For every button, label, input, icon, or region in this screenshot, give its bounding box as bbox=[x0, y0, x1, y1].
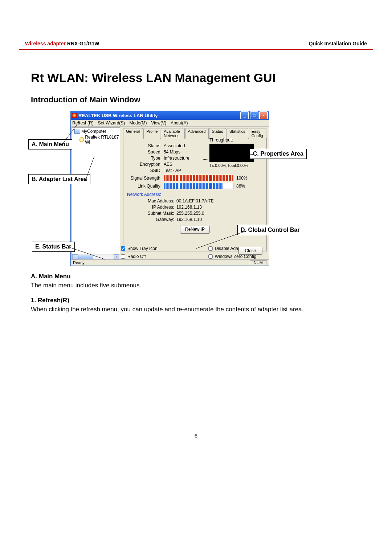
network-address-header: Network Address: bbox=[127, 192, 263, 197]
label-subnet: Subnet Mask: bbox=[127, 211, 174, 216]
tab-advanced[interactable]: Advanced bbox=[185, 128, 209, 139]
row-signal-strength: Signal Strength: 100% bbox=[127, 175, 263, 181]
section-title: Introduction of Main Window bbox=[31, 95, 140, 104]
menu-set-wizard[interactable]: Set Wizard(S) bbox=[98, 120, 125, 126]
signal-pct: 100% bbox=[236, 176, 248, 181]
menu-mode[interactable]: Mode(M) bbox=[129, 120, 147, 126]
tab-easy-config[interactable]: Easy Config bbox=[249, 128, 266, 139]
scroll-right-icon[interactable]: › bbox=[114, 254, 119, 259]
show-tray-checkbox[interactable]: Show Tray Icon bbox=[119, 245, 158, 252]
label-ip: IP Address: bbox=[127, 205, 174, 210]
window-title: REALTEK USB Wireless LAN Utility bbox=[78, 113, 240, 118]
link-quality-pct: 86% bbox=[236, 184, 245, 189]
sub1-text: When clicking the refresh menu, you can … bbox=[31, 305, 361, 314]
tab-profile[interactable]: Profile bbox=[143, 128, 160, 139]
page-number: 6 bbox=[0, 432, 392, 439]
maximize-button[interactable]: □ bbox=[250, 111, 258, 119]
section-a-text: The main menu includes five submenus. bbox=[31, 282, 361, 290]
brand-name: Wireless adapter bbox=[25, 41, 67, 46]
label-encryption: Encryption: bbox=[127, 162, 162, 167]
body-text: A. Main Menu The main menu includes five… bbox=[31, 272, 361, 314]
header-right: Quick Installation Guide bbox=[309, 41, 367, 46]
sub1-heading: 1. Refresh(R) bbox=[31, 296, 361, 305]
link-quality-bar bbox=[164, 183, 233, 189]
adapter-tree[interactable]: MyComputer Realtek RTL8187 Wi ‹ › bbox=[72, 127, 120, 260]
app-icon bbox=[72, 113, 77, 118]
properties-area: General Profile Available Network Advanc… bbox=[121, 127, 269, 261]
tree-child[interactable]: Realtek RTL8187 Wi bbox=[72, 135, 119, 145]
header-rule bbox=[19, 49, 373, 50]
value-type: Infrastructure bbox=[164, 156, 189, 161]
tree-root[interactable]: MyComputer bbox=[72, 128, 119, 135]
minimize-button[interactable]: _ bbox=[240, 111, 249, 119]
scroll-left-icon[interactable]: ‹ bbox=[72, 254, 78, 259]
value-encryption: AES bbox=[164, 162, 172, 167]
value-subnet: 255.255.255.0 bbox=[176, 211, 204, 216]
status-bar: Ready NUM bbox=[71, 259, 269, 266]
renew-ip-button[interactable]: ReNew IP bbox=[180, 226, 210, 234]
menu-view[interactable]: View(V) bbox=[151, 120, 166, 126]
label-link-quality: Link Quality: bbox=[127, 184, 162, 189]
value-ssid: Test - AP bbox=[164, 168, 181, 173]
row-link-quality: Link Quality: 86% bbox=[127, 183, 263, 189]
label-mac: Mac Address: bbox=[127, 198, 174, 204]
radio-off-checkbox[interactable]: Radio Off bbox=[119, 253, 158, 260]
scroll-thumb[interactable] bbox=[78, 255, 93, 259]
client-area: MyComputer Realtek RTL8187 Wi ‹ › Genera… bbox=[71, 127, 269, 261]
page-title: Rt WLAN: Wireless LAN Management GUI bbox=[31, 71, 275, 85]
signal-bar bbox=[164, 175, 233, 181]
tab-status[interactable]: Status bbox=[209, 128, 226, 139]
callout-e: E. Status Bar bbox=[32, 242, 75, 252]
tab-available-network[interactable]: Available Network bbox=[161, 128, 184, 139]
computer-icon bbox=[74, 129, 80, 134]
value-speed: 54 Mbps bbox=[164, 149, 180, 155]
model-name: RNX-G1/G1W bbox=[67, 41, 99, 46]
throughput-tx: Tx:0.00%,Total:0.00% bbox=[209, 163, 260, 168]
status-ready: Ready bbox=[73, 260, 85, 265]
menu-bar: Refresh(R) Set Wizard(S) Mode(M) View(V)… bbox=[71, 120, 269, 127]
label-ssid: SSID: bbox=[127, 168, 162, 173]
show-tray-input[interactable] bbox=[121, 246, 125, 251]
close-window-button[interactable]: × bbox=[259, 111, 268, 119]
tree-root-label: MyComputer bbox=[81, 129, 106, 134]
app-window: REALTEK USB Wireless LAN Utility _ □ × R… bbox=[70, 111, 269, 266]
label-type: Type: bbox=[127, 156, 162, 161]
adapter-icon bbox=[79, 137, 84, 142]
label-gateway: Gateway: bbox=[127, 217, 174, 222]
status-num: NUM bbox=[250, 260, 267, 265]
menu-about[interactable]: About(A) bbox=[171, 120, 188, 126]
tab-strip: General Profile Available Network Advanc… bbox=[123, 128, 267, 139]
value-gateway: 192.168.1.10 bbox=[176, 217, 202, 222]
tab-statistics[interactable]: Statistics bbox=[226, 128, 248, 139]
zero-config-input[interactable] bbox=[208, 254, 213, 259]
value-ip: 192.168.1.13 bbox=[176, 205, 202, 210]
tree-scrollbar[interactable]: ‹ › bbox=[72, 254, 119, 259]
menu-refresh[interactable]: Refresh(R) bbox=[72, 120, 94, 126]
label-status: Status: bbox=[127, 143, 162, 148]
row-ssid: SSID:Test - AP bbox=[127, 168, 263, 173]
header-left: Wireless adapter RNX-G1/G1W bbox=[25, 41, 99, 46]
callout-a: A. Main Menu bbox=[28, 139, 72, 149]
section-a-heading: A. Main Menu bbox=[31, 272, 361, 281]
row-subnet: Subnet Mask:255.255.255.0 bbox=[127, 211, 263, 216]
callout-c: C. Properties Area bbox=[250, 149, 307, 159]
show-tray-label: Show Tray Icon bbox=[127, 246, 158, 251]
row-gateway: Gateway:192.168.1.10 bbox=[127, 217, 263, 222]
close-button[interactable]: Close bbox=[238, 247, 262, 255]
value-status: Associated bbox=[164, 143, 185, 148]
throughput-graph bbox=[209, 144, 254, 162]
global-control-bar: Show Tray Icon Radio Off Disable Adapter… bbox=[119, 246, 268, 259]
radio-off-label: Radio Off bbox=[127, 254, 146, 259]
label-signal: Signal Strength: bbox=[127, 176, 162, 181]
doc-header: Wireless adapter RNX-G1/G1W Quick Instal… bbox=[25, 41, 367, 46]
tree-child-label: Realtek RTL8187 Wi bbox=[85, 135, 119, 145]
label-throughput: Throughput: bbox=[209, 138, 260, 143]
radio-off-input[interactable] bbox=[121, 254, 125, 259]
callout-d: D. Global Control Bar bbox=[237, 225, 303, 235]
label-speed: Speed: bbox=[127, 149, 162, 155]
tab-general[interactable]: General bbox=[123, 128, 143, 139]
disable-adapter-input[interactable] bbox=[208, 246, 213, 251]
scroll-track[interactable] bbox=[78, 255, 114, 259]
title-bar[interactable]: REALTEK USB Wireless LAN Utility _ □ × bbox=[71, 111, 269, 120]
row-ip: IP Address:192.168.1.13 bbox=[127, 205, 263, 210]
